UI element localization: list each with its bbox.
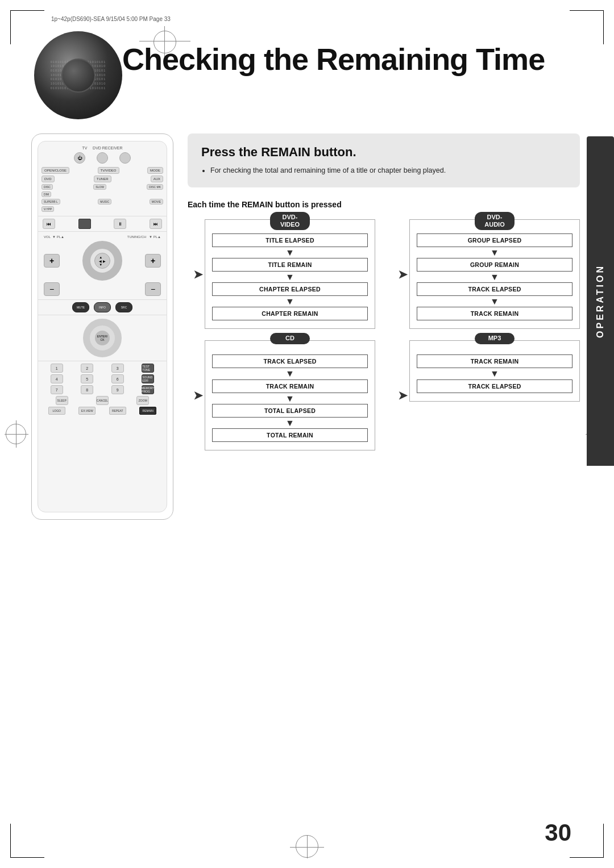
flow-item-track-elapsed-mp3: TRACK ELAPSED bbox=[417, 379, 572, 393]
remote-music[interactable]: MUSIC bbox=[98, 199, 111, 205]
remote-vol-label: VOL ▼ PL▲ bbox=[44, 235, 64, 239]
dvd-audio-wrapper: ➤ DVD- AUDIO GROUP ELAPSED ▼ GROUP REMAI… bbox=[392, 219, 580, 329]
flow-item-group-remain: GROUP REMAIN bbox=[417, 258, 572, 272]
corner-border-bottom-right bbox=[570, 824, 604, 858]
remote-open-close[interactable]: OPEN/CLOSE bbox=[42, 167, 69, 174]
remote-cancel[interactable]: CANCEL bbox=[96, 396, 109, 405]
remote-nav-center[interactable]: ▲◀ ▶▼ bbox=[94, 253, 110, 269]
remote-logo-btn[interactable]: LOGO bbox=[48, 407, 65, 415]
flow-item-title-elapsed: TITLE ELAPSED bbox=[212, 233, 368, 247]
remote-src-btn[interactable]: SRC bbox=[115, 302, 132, 312]
remote-sleep[interactable]: SLEEP bbox=[56, 396, 68, 405]
remote-disc-skip[interactable]: DISC MK bbox=[147, 184, 163, 190]
remote-info-btn[interactable]: INFO bbox=[94, 302, 111, 312]
flow-arrow-6: ▼ bbox=[417, 296, 572, 307]
remote-vypp[interactable]: V.YPP bbox=[42, 206, 54, 212]
remote-tuner[interactable]: TUNER bbox=[94, 176, 111, 182]
remote-num-4[interactable]: 4 bbox=[51, 374, 63, 383]
left-crosshair-v bbox=[16, 420, 16, 448]
mp3-diagram: MP3 TRACK REMAIN ▼ TRACK ELAPSED bbox=[409, 340, 580, 401]
remote-next[interactable]: ⏭ bbox=[150, 219, 162, 229]
remote-memory[interactable]: MEMORYPROG bbox=[142, 385, 154, 394]
remote-info-section: MUTE INFO SRC bbox=[38, 300, 167, 315]
dvd-audio-arrow: ➤ bbox=[398, 268, 408, 281]
cd-diagram: CD TRACK ELAPSED ▼ TRACK REMAIN ▼ TOTAL … bbox=[205, 340, 375, 450]
remote-num-row-1: 1 2 3 TEST TONE bbox=[42, 364, 163, 373]
flow-arrow-5: ▼ bbox=[417, 272, 572, 282]
flow-item-group-elapsed: GROUP ELAPSED bbox=[417, 233, 572, 247]
remote-num-1[interactable]: 1 bbox=[51, 364, 63, 373]
remote-tv-video[interactable]: TV/VIDEO bbox=[98, 167, 119, 174]
remote-dim[interactable]: DIM bbox=[42, 191, 51, 197]
remote-prev[interactable]: ⏮ bbox=[43, 219, 55, 229]
remote-nav-ring: ▲◀ ▶▼ bbox=[82, 241, 122, 281]
cd-items: TRACK ELAPSED ▼ TRACK REMAIN ▼ TOTAL ELA… bbox=[212, 354, 368, 442]
left-crosshair-h bbox=[5, 434, 28, 435]
remote-remain-btn[interactable]: REMAIN bbox=[139, 407, 156, 415]
remote-num-2[interactable]: 2 bbox=[81, 364, 93, 373]
remote-vol-down[interactable]: − bbox=[44, 282, 60, 296]
title-orb: 010101010101010101010101 101010101010101… bbox=[34, 31, 122, 119]
remote-section: TV DVD RECEIVER ⏻ OPEN/CLOSE TV/VIDEO MO… bbox=[31, 133, 173, 520]
remote-zoom[interactable]: ZOOM bbox=[136, 396, 149, 405]
remote-num-3[interactable]: 3 bbox=[111, 364, 124, 373]
remote-btn3[interactable] bbox=[119, 152, 131, 164]
remote-row-4: DIM bbox=[42, 191, 163, 197]
remote-num-5[interactable]: 5 bbox=[81, 374, 93, 383]
remote-num-7[interactable]: 7 bbox=[51, 385, 63, 394]
remote-inner: TV DVD RECEIVER ⏻ OPEN/CLOSE TV/VIDEO MO… bbox=[38, 141, 167, 512]
remote-pause[interactable]: ⏸ bbox=[114, 219, 126, 229]
remote-nav-section: VOL ▼ PL▲ TUNING/CH ▼ PL▲ + ▲◀ ▶▼ + − − bbox=[38, 232, 167, 300]
remote-num-6[interactable]: 6 bbox=[111, 374, 124, 383]
remote-repeat-btn[interactable]: REPEAT bbox=[109, 407, 126, 415]
remote-num-8[interactable]: 8 bbox=[81, 385, 93, 394]
remote-tuning-label: TUNING/CH ▼ PL▲ bbox=[127, 235, 161, 239]
mp3-arrow: ➤ bbox=[398, 389, 408, 402]
flow-item-track-remain-cd: TRACK REMAIN bbox=[212, 379, 368, 393]
dvd-video-wrapper: ➤ DVD- VIDEO TITLE ELAPSED ▼ TITLE REMAI… bbox=[188, 219, 375, 329]
remote-mode[interactable]: MODE bbox=[147, 167, 163, 174]
remote-ch-down[interactable]: − bbox=[145, 282, 161, 296]
remote-num-9[interactable]: 9 bbox=[111, 385, 124, 394]
page-title: Checking the Remaining Time bbox=[122, 41, 545, 77]
flow-arrow-4: ▼ bbox=[417, 247, 572, 258]
doc-ref: 1p~42p(DS690)-SEA 9/15/04 5:00 PM Page 3… bbox=[51, 16, 171, 22]
remote-btn2[interactable] bbox=[97, 152, 108, 164]
flow-item-track-remain-audio: TRACK REMAIN bbox=[417, 307, 572, 320]
bottom-crosshair-v bbox=[307, 836, 308, 858]
remote-top: TV DVD RECEIVER ⏻ OPEN/CLOSE TV/VIDEO MO… bbox=[38, 141, 167, 216]
remote-test-tone[interactable]: TEST TONE bbox=[142, 364, 154, 373]
remote-sound-edit[interactable]: SOUND EDR bbox=[142, 374, 154, 383]
remote-mute-btn[interactable]: MUTE bbox=[72, 302, 89, 312]
remote-stop[interactable] bbox=[78, 219, 91, 229]
remote-ex-view[interactable]: EX.VIEW bbox=[78, 407, 96, 415]
cd-wrapper: ➤ CD TRACK ELAPSED ▼ TRACK REMAIN ▼ TOTA… bbox=[188, 340, 375, 450]
remote-superb[interactable]: SUPERB L bbox=[42, 199, 60, 205]
page-header: 010101010101010101010101 101010101010101… bbox=[34, 31, 580, 122]
remote-vol-row: VOL ▼ PL▲ TUNING/CH ▼ PL▲ bbox=[44, 235, 161, 239]
remote-disc[interactable]: DISC bbox=[42, 184, 53, 190]
flow-item-total-elapsed: TOTAL ELAPSED bbox=[212, 404, 368, 418]
remote-row-5: SUPERB L MUSIC MOVIE bbox=[42, 199, 163, 205]
press-remain-title: Press the REMAIN button. bbox=[201, 145, 566, 160]
content-section: Press the REMAIN button. For checking th… bbox=[188, 133, 580, 823]
remote-ch-up[interactable]: + bbox=[145, 254, 161, 268]
remote-dpad-center[interactable]: ENTER/CK bbox=[95, 331, 110, 345]
cd-arrow: ➤ bbox=[193, 389, 203, 402]
remote-dpad-ring: ENTER/CK bbox=[83, 319, 122, 357]
remote-row-1: OPEN/CLOSE TV/VIDEO MODE bbox=[42, 167, 163, 174]
page-number: 30 bbox=[545, 819, 571, 846]
remote-aux[interactable]: AUX bbox=[151, 176, 163, 182]
dvd-video-diagram: DVD- VIDEO TITLE ELAPSED ▼ TITLE REMAIN … bbox=[205, 219, 375, 329]
dvd-audio-badge: DVD- AUDIO bbox=[475, 212, 515, 230]
remote-power-btn[interactable]: ⏻ bbox=[74, 152, 85, 164]
remote-dvd[interactable]: DVD bbox=[42, 176, 55, 182]
flow-item-track-remain-mp3: TRACK REMAIN bbox=[417, 354, 572, 368]
remote-slow[interactable]: SLOW bbox=[93, 184, 106, 190]
flow-arrow-10: ▼ bbox=[417, 368, 572, 379]
remote-vol-up[interactable]: + bbox=[44, 254, 60, 268]
dvd-audio-diagram: DVD- AUDIO GROUP ELAPSED ▼ GROUP REMAIN … bbox=[409, 219, 580, 329]
remote-row-6: V.YPP bbox=[42, 206, 163, 212]
remote-movie[interactable]: MOVIE bbox=[150, 199, 163, 205]
press-remain-item: For checking the total and remaining tim… bbox=[210, 165, 566, 176]
